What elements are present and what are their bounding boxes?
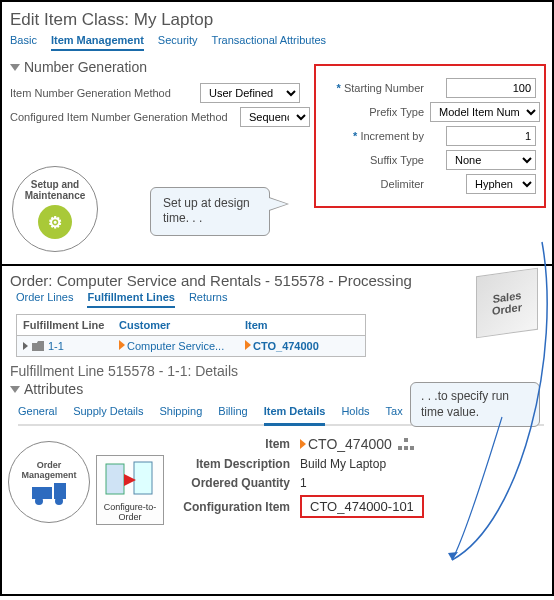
expand-icon[interactable]	[23, 342, 28, 350]
col-customer: Customer	[119, 319, 239, 331]
increment-input[interactable]	[446, 126, 536, 146]
starting-number-input[interactable]	[446, 78, 536, 98]
col-item: Item	[245, 319, 355, 331]
tab-fulfillment-lines[interactable]: Fulfillment Lines	[87, 291, 174, 308]
cto-icon	[104, 460, 156, 500]
tab-transactional[interactable]: Transactional Attributes	[212, 34, 327, 51]
cfg-method-label: Configured Item Number Generation Method	[10, 111, 240, 123]
row-item: CTO_474000	[253, 340, 319, 352]
tab-order-lines[interactable]: Order Lines	[16, 291, 73, 308]
svg-rect-1	[134, 462, 152, 494]
cto-label: Configure-to-Order	[99, 502, 161, 522]
setup-label: Setup and Maintenance	[13, 179, 97, 201]
tab-item-management[interactable]: Item Management	[51, 34, 144, 51]
sales-order-badge: Sales Order	[476, 268, 538, 339]
collapse-icon	[10, 386, 20, 393]
runtime-callout: . . .to specify run time value.	[410, 382, 540, 427]
tab-security[interactable]: Security	[158, 34, 198, 51]
gen-method-label: Item Number Generation Method	[10, 87, 200, 99]
attributes-label: Attributes	[24, 381, 83, 397]
tab-general[interactable]: General	[18, 405, 57, 420]
tab-holds[interactable]: Holds	[341, 405, 369, 420]
svg-marker-2	[448, 552, 458, 560]
truck-icon	[32, 483, 66, 505]
hierarchy-icon[interactable]	[398, 438, 414, 450]
design-time-callout: Set up at design time. . .	[150, 187, 270, 236]
order-mgmt-label: Order Management	[9, 460, 89, 480]
page-title: Edit Item Class: My Laptop	[10, 10, 544, 30]
fulfillment-grid: Fulfillment Line Customer Item 1-1 Compu…	[16, 314, 366, 357]
folder-icon	[32, 341, 44, 351]
table-row[interactable]: 1-1 Computer Service... CTO_474000	[17, 336, 365, 356]
prefix-type-select[interactable]: Model Item Number	[430, 102, 540, 122]
suffix-type-label: Suffix Type	[320, 154, 424, 166]
tab-shipping[interactable]: Shipping	[159, 405, 202, 420]
gear-icon: ⚙	[38, 205, 72, 239]
tab-tax[interactable]: Tax	[386, 405, 403, 420]
order-management-badge: Order Management	[8, 441, 90, 523]
tab-billing[interactable]: Billing	[218, 405, 247, 420]
tab-returns[interactable]: Returns	[189, 291, 228, 308]
qty-value: 1	[300, 476, 307, 490]
configure-to-order-badge: Configure-to-Order	[96, 455, 164, 525]
prefix-type-label: Prefix Type	[320, 106, 424, 118]
row-customer: Computer Service...	[127, 340, 224, 352]
flag-icon	[245, 340, 251, 350]
desc-label: Item Description	[160, 457, 300, 471]
section-label: Number Generation	[24, 59, 147, 75]
tab-supply[interactable]: Supply Details	[73, 405, 143, 420]
order-tabs: Order Lines Fulfillment Lines Returns	[16, 291, 544, 308]
increment-label: Increment by	[320, 130, 424, 142]
col-fulfillment-line: Fulfillment Line	[23, 319, 113, 331]
cfg-item-value: CTO_474000-101	[300, 495, 424, 518]
delimiter-select[interactable]: Hyphen	[466, 174, 536, 194]
cfg-method-select[interactable]: Sequence	[240, 107, 310, 127]
item-label: Item	[160, 437, 300, 451]
collapse-icon	[10, 64, 20, 71]
number-params-box: Starting Number Prefix Type Model Item N…	[314, 64, 546, 208]
flag-icon	[119, 340, 125, 350]
cfg-item-label: Configuration Item	[160, 500, 300, 514]
delimiter-label: Delimiter	[320, 178, 424, 190]
tab-basic[interactable]: Basic	[10, 34, 37, 51]
flag-icon	[300, 439, 306, 449]
starting-number-label: Starting Number	[320, 82, 424, 94]
svg-rect-0	[106, 464, 124, 494]
tab-item-details[interactable]: Item Details	[264, 405, 326, 426]
order-title: Order: Computer Service and Rentals - 51…	[10, 272, 544, 289]
detail-title: Fulfillment Line 515578 - 1-1: Details	[10, 363, 544, 379]
item-value: CTO_474000	[308, 436, 392, 452]
qty-label: Ordered Quantity	[160, 476, 300, 490]
setup-maintenance-badge: Setup and Maintenance ⚙	[12, 166, 98, 252]
row-fl: 1-1	[48, 340, 64, 352]
suffix-type-select[interactable]: None	[446, 150, 536, 170]
top-tabs: Basic Item Management Security Transacti…	[10, 34, 544, 51]
desc-value: Build My Laptop	[300, 457, 386, 471]
gen-method-select[interactable]: User Defined	[200, 83, 300, 103]
